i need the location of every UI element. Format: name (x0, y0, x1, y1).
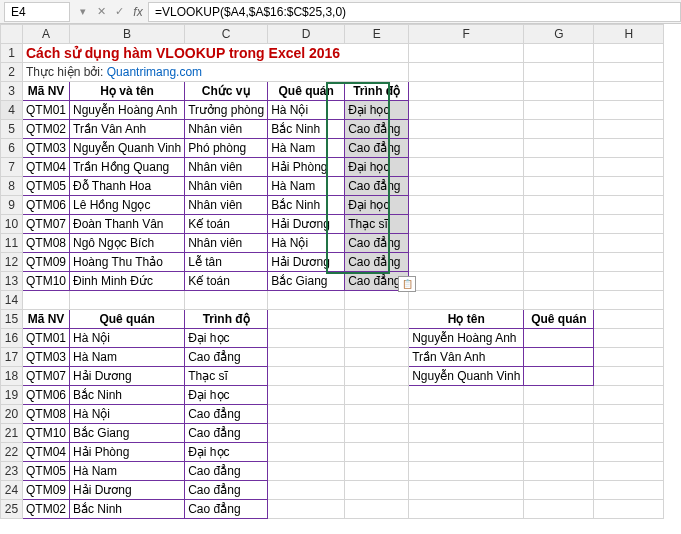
cell[interactable] (409, 462, 524, 481)
cell[interactable] (594, 253, 664, 272)
table-cell[interactable]: Đại học (345, 101, 409, 120)
table-cell[interactable]: Bắc Giang (268, 272, 345, 291)
cell[interactable] (524, 215, 594, 234)
cell[interactable] (594, 101, 664, 120)
cell[interactable] (594, 291, 664, 310)
table-cell[interactable]: QTM02 (23, 120, 70, 139)
row-header[interactable]: 2 (1, 63, 23, 82)
table-cell[interactable]: Nhân viên (185, 234, 268, 253)
cell[interactable] (409, 481, 524, 500)
cell[interactable] (524, 500, 594, 519)
table-cell[interactable]: QTM05 (23, 462, 70, 481)
row-header[interactable]: 4 (1, 101, 23, 120)
table-header[interactable]: Quê quán (268, 82, 345, 101)
cell[interactable] (524, 120, 594, 139)
cell[interactable] (594, 215, 664, 234)
table-cell[interactable]: Đinh Minh Đức (70, 272, 185, 291)
cell[interactable] (268, 348, 345, 367)
table-cell[interactable]: Cao đẳng (345, 177, 409, 196)
cell[interactable] (409, 139, 524, 158)
cell[interactable] (594, 63, 664, 82)
cell[interactable] (409, 177, 524, 196)
cell[interactable] (409, 120, 524, 139)
row-header[interactable]: 18 (1, 367, 23, 386)
col-header[interactable]: E (345, 25, 409, 44)
table-cell[interactable]: Bắc Ninh (70, 500, 185, 519)
table-cell[interactable]: Cao đẳng (185, 481, 268, 500)
table-cell[interactable]: Cao đẳng (185, 424, 268, 443)
col-header[interactable]: B (70, 25, 185, 44)
cell[interactable] (409, 101, 524, 120)
table-cell[interactable]: Cao đẳng (185, 405, 268, 424)
cell[interactable] (594, 177, 664, 196)
table-cell[interactable] (524, 348, 594, 367)
cell[interactable] (594, 234, 664, 253)
table-cell[interactable]: Hải Dương (70, 367, 185, 386)
table-cell[interactable]: Cao đẳng (345, 120, 409, 139)
col-header[interactable]: A (23, 25, 70, 44)
cell[interactable] (524, 386, 594, 405)
table-cell[interactable]: Cao đẳng (345, 234, 409, 253)
table-cell[interactable]: Hà Nam (268, 139, 345, 158)
cell[interactable] (524, 462, 594, 481)
cell[interactable] (345, 500, 409, 519)
cell[interactable] (524, 443, 594, 462)
col-header[interactable]: H (594, 25, 664, 44)
cell[interactable] (409, 443, 524, 462)
row-header[interactable]: 16 (1, 329, 23, 348)
table-cell[interactable]: Đại học (345, 158, 409, 177)
cell[interactable] (524, 405, 594, 424)
col-header[interactable]: G (524, 25, 594, 44)
row-header[interactable]: 12 (1, 253, 23, 272)
table-cell[interactable]: Thạc sĩ (345, 215, 409, 234)
table-cell[interactable]: QTM01 (23, 101, 70, 120)
table-cell[interactable]: Hà Nội (70, 405, 185, 424)
cell[interactable] (409, 158, 524, 177)
dropdown-icon[interactable]: ▾ (74, 5, 92, 18)
cell[interactable] (345, 291, 409, 310)
table-cell[interactable]: Ngô Ngọc Bích (70, 234, 185, 253)
cell[interactable] (594, 196, 664, 215)
row-header[interactable]: 1 (1, 44, 23, 63)
cell[interactable] (524, 253, 594, 272)
table-cell[interactable]: Nguyễn Quanh Vinh (70, 139, 185, 158)
table-cell[interactable] (524, 367, 594, 386)
table-cell[interactable]: Cao đẳng (185, 348, 268, 367)
table-header[interactable]: Họ và tên (70, 82, 185, 101)
table-cell[interactable]: QTM06 (23, 196, 70, 215)
table-cell[interactable]: Cao đẳng (345, 139, 409, 158)
table-cell[interactable]: Trần Vân Anh (70, 120, 185, 139)
table-cell[interactable]: Đại học (185, 443, 268, 462)
cell[interactable] (345, 405, 409, 424)
row-header[interactable]: 21 (1, 424, 23, 443)
cell[interactable] (268, 405, 345, 424)
cell[interactable] (524, 424, 594, 443)
table-cell[interactable]: Đại học (185, 329, 268, 348)
table-cell[interactable]: Hà Nội (268, 234, 345, 253)
cell[interactable] (409, 215, 524, 234)
row-header[interactable]: 17 (1, 348, 23, 367)
table-cell[interactable]: Kế toán (185, 215, 268, 234)
table-cell[interactable]: Phó phòng (185, 139, 268, 158)
table-cell[interactable]: Lê Hồng Ngọc (70, 196, 185, 215)
table-cell[interactable]: QTM07 (23, 215, 70, 234)
table-cell[interactable]: Hải Phòng (70, 443, 185, 462)
cell[interactable] (524, 196, 594, 215)
table-cell[interactable]: QTM03 (23, 348, 70, 367)
table-header[interactable]: Quê quán (524, 310, 594, 329)
table-cell[interactable]: Bắc Ninh (268, 196, 345, 215)
cell[interactable] (268, 291, 345, 310)
table-header[interactable]: Trình độ (345, 82, 409, 101)
table-cell[interactable]: Bắc Giang (70, 424, 185, 443)
cell[interactable] (409, 253, 524, 272)
table-header[interactable]: Chức vụ (185, 82, 268, 101)
cell[interactable] (594, 367, 664, 386)
table-cell[interactable] (524, 329, 594, 348)
table-cell[interactable]: QTM06 (23, 386, 70, 405)
table-cell[interactable]: Đại học (345, 196, 409, 215)
table-cell[interactable]: Hải Dương (268, 215, 345, 234)
row-header[interactable]: 3 (1, 82, 23, 101)
row-header[interactable]: 25 (1, 500, 23, 519)
row-header[interactable]: 13 (1, 272, 23, 291)
table-cell[interactable]: Nhân viên (185, 196, 268, 215)
